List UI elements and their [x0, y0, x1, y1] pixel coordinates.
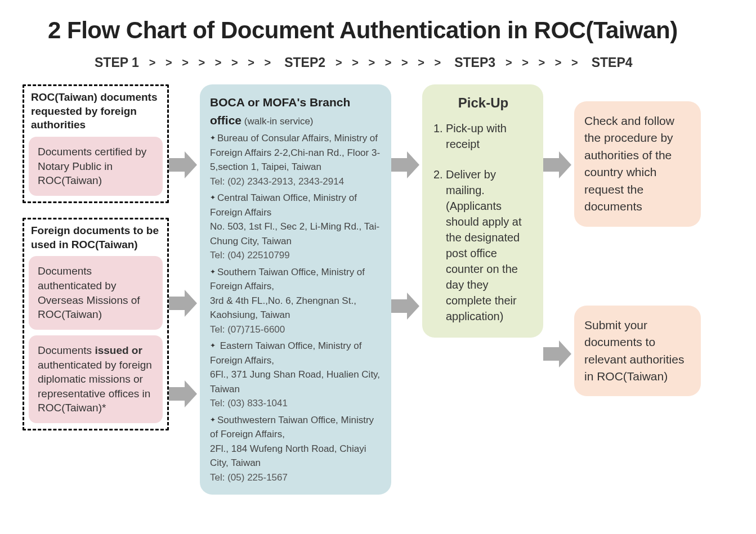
office-entry: Southwestern Taiwan Office, Ministry of …: [210, 413, 381, 485]
text: authenticated by foreign diplomatic miss…: [38, 359, 152, 414]
office-tel: Tel: (03) 833-1041: [210, 396, 381, 411]
office-tel: Tel: (05) 225-1567: [210, 470, 381, 485]
final-roc-authorities: Submit your documents to relevant author…: [574, 306, 701, 397]
pickup-box: Pick-Up 1. Pick-up with receipt 2. Deliv…: [422, 84, 543, 338]
office-entry: Eastern Taiwan Office, Ministry of Forei…: [210, 339, 381, 411]
group-header: ROC(Taiwan) documents requested by forei…: [29, 91, 163, 132]
office-name: Central Taiwan Office, Ministry of Forei…: [210, 192, 357, 218]
list-text: Pick-up with receipt: [446, 120, 533, 152]
office-entry: Bureau of Consular Affairs, Ministry of …: [210, 131, 381, 189]
arrow-icon: [391, 290, 419, 322]
office-address: 6Fl., 371 Jung Shan Road, Hualien City, …: [210, 367, 381, 396]
office-name: Southern Taiwan Office, Ministry of Fore…: [210, 267, 365, 292]
list-item: 1. Pick-up with receipt: [433, 120, 533, 152]
step-1-label: STEP 1: [95, 55, 139, 70]
list-number: 2.: [433, 167, 446, 324]
text-bold: issued or: [95, 344, 142, 356]
office-address: 2Fl., 184 Wufeng North Road, Chiayi City…: [210, 442, 381, 470]
group-header: Foreign documents to be used in ROC(Taiw…: [29, 224, 163, 252]
office-entry: Central Taiwan Office, Ministry of Forei…: [210, 191, 381, 263]
office-name: Southwestern Taiwan Office, Ministry of …: [210, 415, 374, 440]
step-2-label: STEP2: [284, 55, 325, 70]
flow-diagram: ROC(Taiwan) documents requested by forei…: [23, 84, 733, 495]
page-title: 2 Flow Chart of Document Authentication …: [48, 17, 733, 44]
step-header: STEP 1 > > > > > > > > STEP2 > > > > > >…: [84, 55, 733, 70]
office-name: Bureau of Consular Affairs, Ministry of …: [210, 133, 380, 172]
office-tel: Tel: (07)715-6600: [210, 322, 381, 337]
boca-mofa-offices: BOCA or MOFA's Branch office (walk-in se…: [200, 84, 391, 495]
arrow-icon: [169, 288, 197, 319]
group-foreign-docs: Foreign documents to be used in ROC(Taiw…: [23, 218, 169, 430]
group-roc-docs: ROC(Taiwan) documents requested by forei…: [23, 84, 169, 203]
arrow-icon: [169, 149, 197, 181]
doc-type-overseas: Documents authenticated by Overseas Miss…: [29, 256, 163, 330]
final-foreign-authorities: Check and follow the procedure by author…: [574, 101, 701, 227]
doc-type-notary: Documents certified by Notary Public in …: [29, 137, 163, 196]
box-subtitle: (walk-in service): [241, 116, 314, 127]
arrow-icon: [169, 378, 197, 410]
doc-type-diplomatic: Documents issued or authenticated by for…: [29, 335, 163, 423]
chevron-icon: > > > > > > >: [335, 56, 444, 69]
step-4-label: STEP4: [592, 55, 633, 70]
text: Documents: [38, 344, 95, 356]
chevron-icon: > > > > > > > >: [149, 56, 274, 69]
list-text: Deliver by mailing. (Applicants should a…: [446, 167, 533, 324]
arrow-icon: [543, 338, 571, 370]
office-tel: Tel: (04) 22510799: [210, 248, 381, 263]
chevron-icon: > > > > >: [506, 56, 581, 69]
arrow-icon: [543, 149, 571, 181]
office-tel: Tel: (02) 2343-2913, 2343-2914: [210, 174, 381, 189]
list-number: 1.: [433, 120, 446, 152]
office-name: Eastern Taiwan Office, Ministry of Forei…: [210, 340, 361, 366]
arrow-icon: [391, 149, 419, 181]
office-address: 3rd & 4th FL.,No. 6, Zhengnan St., Kaohs…: [210, 294, 381, 322]
office-address: No. 503, 1st Fl., Sec 2, Li-Ming Rd., Ta…: [210, 219, 381, 248]
step-3-label: STEP3: [454, 55, 495, 70]
list-item: 2. Deliver by mailing. (Applicants shoul…: [433, 167, 533, 324]
box-title: Pick-Up: [433, 93, 533, 113]
office-entry: Southern Taiwan Office, Ministry of Fore…: [210, 265, 381, 337]
